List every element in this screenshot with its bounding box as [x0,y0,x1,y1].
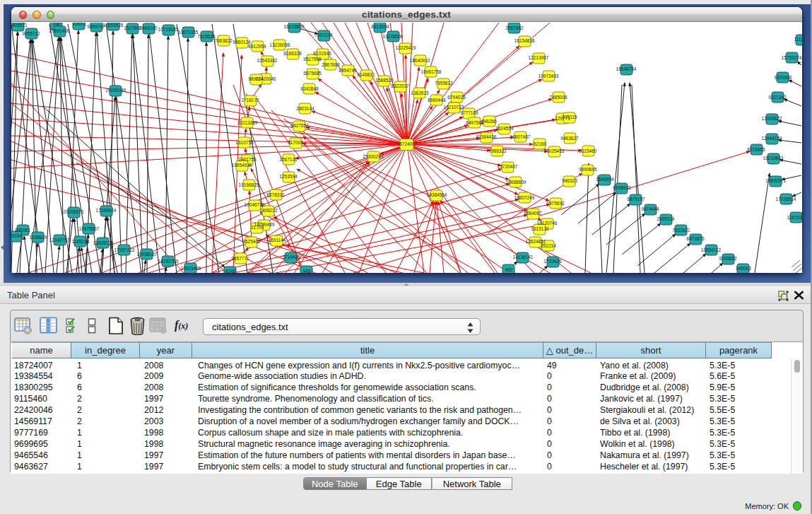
svg-text:10671355: 10671355 [177,30,198,35]
svg-text:10653: 10653 [72,23,85,26]
svg-text:16782759: 16782759 [158,259,178,264]
svg-text:962: 962 [505,267,512,272]
svg-text:16961758: 16961758 [420,69,441,74]
svg-text:8186328: 8186328 [283,51,302,56]
svg-text:16120746: 16120746 [536,221,557,226]
svg-text:7986322: 7986322 [488,148,507,153]
svg-text:10543382: 10543382 [257,58,277,63]
svg-text:20691406: 20691406 [49,28,69,33]
svg-text:15692971: 15692971 [765,178,786,183]
svg-text:7955812: 7955812 [435,81,453,86]
svg-text:1901755: 1901755 [238,157,257,162]
svg-text:1733426: 1733426 [543,259,562,264]
svg-text:5875685: 5875685 [303,71,322,76]
svg-text:817006: 817006 [288,140,303,145]
svg-text:6879197: 6879197 [627,197,645,201]
svg-text:9146821: 9146821 [357,72,375,77]
svg-text:1610755: 1610755 [235,140,254,145]
svg-text:1156829: 1156829 [29,235,47,240]
svg-text:7632621: 7632621 [672,228,690,233]
svg-text:9055712: 9055712 [22,31,40,36]
svg-text:8471676: 8471676 [686,236,705,241]
svg-text:10719185: 10719185 [158,27,178,32]
svg-text:9329966: 9329966 [774,75,792,80]
svg-text:18807249: 18807249 [514,195,534,200]
svg-text:12213389: 12213389 [237,120,257,125]
svg-text:9084067: 9084067 [524,211,542,216]
svg-text:168: 168 [52,23,60,26]
svg-text:8322037: 8322037 [391,83,409,88]
svg-text:6794028: 6794028 [447,95,466,100]
svg-text:19218506: 19218506 [382,34,403,39]
svg-text:16154838: 16154838 [514,38,534,43]
svg-text:835061: 835061 [15,228,30,233]
svg-text:8427552: 8427552 [290,123,309,128]
svg-text:3624554: 3624554 [495,126,514,131]
svg-text:9699695: 9699695 [579,167,597,172]
svg-text:9245652: 9245652 [719,256,737,261]
svg-text:10046758: 10046758 [244,202,264,207]
svg-text:19166825: 19166825 [238,182,259,187]
svg-text:1167533: 1167533 [787,215,801,220]
svg-text:19654936: 19654936 [231,163,252,168]
svg-text:10973493: 10973493 [538,74,558,78]
svg-text:946323: 946323 [562,178,577,183]
svg-text:8938923: 8938923 [613,185,631,190]
svg-text:1975692: 1975692 [546,201,565,206]
svg-text:12444159: 12444159 [761,136,782,141]
svg-text:21700: 21700 [250,225,263,230]
svg-text:1253594: 1253594 [279,174,298,179]
svg-text:13325419: 13325419 [395,45,416,50]
svg-text:10958187: 10958187 [136,252,157,257]
svg-text:18724007: 18724007 [396,141,417,146]
svg-text:7515526: 7515526 [197,34,216,39]
svg-text:12505135: 12505135 [93,240,113,245]
svg-text:1588520: 1588520 [375,78,394,83]
svg-text:945063: 945063 [736,266,751,271]
svg-text:7485006: 7485006 [549,95,567,100]
svg-text:8215955: 8215955 [747,147,765,152]
svg-text:17957223: 17957223 [114,247,134,252]
svg-text:1640954: 1640954 [596,177,614,182]
svg-text:2935114: 2935114 [657,216,674,221]
svg-text:989014: 989014 [248,76,264,81]
svg-text:9657771: 9657771 [231,256,249,261]
svg-text:943: 943 [302,269,310,273]
svg-text:12342757: 12342757 [49,238,69,243]
svg-text:99154: 99154 [11,233,22,238]
svg-text:16648784: 16648784 [616,66,636,71]
svg-text:252214: 252214 [541,243,556,248]
svg-text:9242848: 9242848 [300,86,319,91]
svg-text:111276: 111276 [794,37,801,42]
svg-text:746266: 746266 [481,119,497,124]
svg-text:2803144: 2803144 [296,106,314,111]
svg-text:9777169: 9777169 [460,110,478,115]
svg-text:10025453: 10025453 [543,148,564,153]
svg-text:8454749: 8454749 [339,68,357,73]
svg-text:9527508: 9527508 [303,57,322,62]
svg-text:1615132: 1615132 [531,226,549,231]
svg-text:15720407: 15720407 [497,164,517,169]
svg-text:8990448: 8990448 [428,98,446,103]
svg-text:17359924: 17359924 [95,208,116,213]
svg-text:8912954: 8912954 [248,44,266,49]
svg-text:62160: 62160 [533,141,546,146]
svg-text:10975867: 10975867 [78,226,99,231]
svg-text:10688609: 10688609 [505,180,526,185]
svg-text:6466160: 6466160 [139,25,158,30]
svg-text:14136141: 14136141 [512,255,533,259]
svg-text:3267130: 3267130 [279,157,298,162]
svg-text:10653528: 10653528 [102,23,123,28]
svg-text:3716485: 3716485 [282,255,300,259]
svg-text:1145194: 1145194 [71,239,89,244]
svg-text:1691144: 1691144 [268,238,286,243]
svg-text:1498222: 1498222 [259,208,278,213]
svg-text:8131546: 8131546 [313,51,331,56]
svg-text:2867608: 2867608 [322,62,340,67]
svg-text:9474444: 9474444 [641,206,659,211]
svg-text:21364436: 21364436 [476,134,496,139]
svg-text:17016514: 17016514 [775,197,796,201]
svg-text:9115460: 9115460 [579,148,596,153]
svg-text:10807487: 10807487 [510,134,530,139]
svg-text:7357224: 7357224 [314,33,333,37]
